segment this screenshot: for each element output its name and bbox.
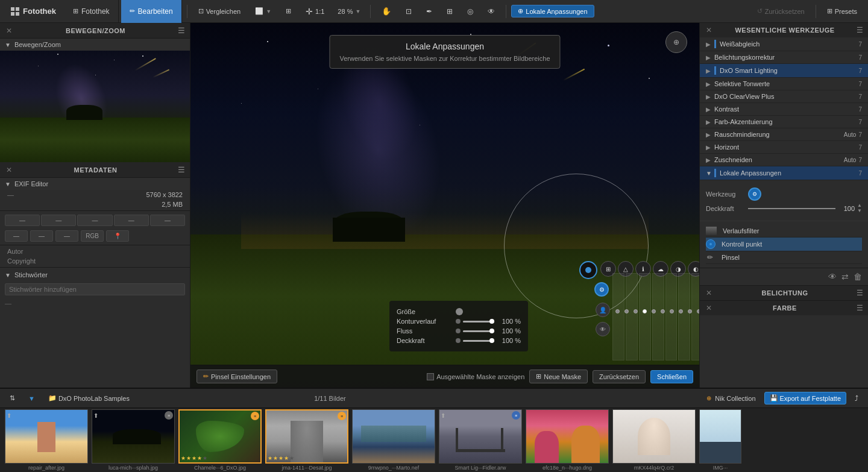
nav-circle-icon[interactable]: ⊕ bbox=[665, 31, 687, 53]
tool-clearview[interactable]: ▶ DxO ClearView Plus 7 bbox=[700, 90, 868, 103]
deckkraft-up[interactable]: ▲ bbox=[857, 203, 862, 208]
mask-tool[interactable]: ◎ bbox=[461, 5, 479, 17]
belichtung-section[interactable]: ✕ BELICHTUNG ☰ bbox=[700, 285, 868, 300]
zoom-dropdown-icon[interactable]: ▼ bbox=[355, 8, 360, 14]
adj-dot-8[interactable] bbox=[679, 309, 683, 313]
farbe-menu[interactable]: ☰ bbox=[857, 304, 863, 312]
werkzeug-active-icon[interactable]: ⚙ bbox=[748, 187, 761, 201]
tab-bearbeiten[interactable]: ✏ Bearbeiten bbox=[121, 0, 182, 23]
film-item-7[interactable]: efc18e_n···hugo.dng bbox=[526, 409, 609, 471]
move-zoom-menu[interactable]: ☰ bbox=[178, 26, 185, 35]
keywords-input[interactable] bbox=[5, 283, 185, 295]
control-point-icon[interactable] bbox=[579, 261, 597, 279]
person-icon[interactable]: 👤 bbox=[596, 303, 610, 317]
bewegen-section[interactable]: ▼ Bewegen/Zoom bbox=[0, 39, 190, 51]
tool-tonwerte[interactable]: ▶ Selektive Tonwerte 7 bbox=[700, 78, 868, 90]
meta-extra-btn-1[interactable]: — bbox=[5, 230, 28, 242]
adj-brush-icon[interactable]: ⚙ bbox=[594, 282, 609, 297]
exif-section[interactable]: ▼ EXIF Editor bbox=[0, 178, 190, 190]
opacity-slider[interactable] bbox=[463, 340, 494, 342]
adj-dot-7[interactable] bbox=[670, 309, 674, 313]
belichtung-menu[interactable]: ☰ bbox=[857, 289, 863, 297]
meta-btn-1[interactable]: — bbox=[5, 215, 40, 226]
right-panel-close[interactable]: ✕ bbox=[705, 26, 713, 34]
move-button[interactable]: ✛ 1:1 bbox=[300, 5, 330, 18]
adj-brush-circle[interactable]: ⚙ bbox=[594, 282, 609, 297]
farbe-close[interactable]: ✕ bbox=[705, 304, 713, 312]
film-item-8[interactable]: mKX44lq4rQ.cr2 bbox=[612, 409, 696, 471]
adj-dot-4-active[interactable] bbox=[643, 309, 647, 313]
delete-action-icon[interactable]: 🗑 bbox=[854, 272, 862, 282]
reset-mask-button[interactable]: Zurücksetzen bbox=[593, 370, 646, 383]
tool-local-adj[interactable]: ▼ Lokale Anpassungen 7 bbox=[700, 166, 868, 180]
show-mask-checkbox[interactable]: Ausgewählte Maske anzeigen bbox=[427, 373, 524, 380]
reset-button[interactable]: ↺ Zurücksetzen bbox=[751, 5, 811, 17]
contour-slider[interactable] bbox=[463, 321, 494, 323]
meta-btn-2[interactable]: — bbox=[41, 215, 76, 226]
metadata-menu[interactable]: ☰ bbox=[178, 165, 185, 174]
film-item-9[interactable]: IMG··· bbox=[699, 409, 741, 471]
adj-dot-6[interactable] bbox=[661, 309, 665, 313]
film-thumb-2[interactable]: ⬆ ≡ bbox=[92, 409, 175, 464]
folder-button[interactable]: 📁 DxO PhotoLab Samples bbox=[43, 392, 134, 404]
deckkraft-down[interactable]: ▼ bbox=[857, 209, 862, 213]
film-item-4[interactable]: ≡ ★ ★ ★ ★ ★ jma-1411···Desat.jpg bbox=[265, 409, 348, 471]
meta-btn-4[interactable]: — bbox=[114, 215, 149, 226]
belichtung-close[interactable]: ✕ bbox=[705, 289, 713, 297]
export-button[interactable]: 💾 Export auf Festplatte bbox=[764, 392, 847, 404]
tool-rausch[interactable]: ▶ Rauschmindierung Auto 7 bbox=[700, 128, 868, 141]
tool-belichtung[interactable]: ▶ Belichtungskorrektur 7 bbox=[700, 51, 868, 64]
right-panel-menu[interactable]: ☰ bbox=[857, 26, 863, 34]
film-thumb-4[interactable]: ≡ ★ ★ ★ ★ ★ bbox=[265, 409, 348, 464]
adj-dot-5[interactable] bbox=[652, 309, 656, 313]
verlaufsfilter-row[interactable]: Verlaufsfilter bbox=[706, 225, 862, 238]
nik-collection-button[interactable]: ⊕ Nik Collection bbox=[702, 393, 760, 404]
view-button[interactable]: ⬜ ▼ bbox=[249, 5, 277, 17]
film-item-3[interactable]: ≡ ★ ★ ★ ★ ★ Chamele···6_DxO.jpg bbox=[178, 409, 262, 471]
control-point-center[interactable] bbox=[579, 261, 597, 279]
meta-btn-3[interactable]: — bbox=[77, 215, 112, 226]
film-thumb-8[interactable] bbox=[612, 409, 696, 464]
pinsel-row[interactable]: ✏ Pinsel bbox=[706, 251, 862, 264]
meta-pin-btn[interactable]: 📍 bbox=[106, 230, 129, 242]
meta-extra-btn-3[interactable]: — bbox=[55, 230, 78, 242]
adj-dot-1[interactable] bbox=[615, 309, 620, 313]
meta-extra-btn-2[interactable]: — bbox=[30, 230, 53, 242]
eye-icon-btn[interactable]: 👁 bbox=[596, 322, 610, 336]
brand[interactable]: Fotothek bbox=[5, 7, 62, 16]
tool-smart-lighting[interactable]: ▶ DxO Smart Lighting 7 bbox=[700, 64, 868, 78]
film-item-1[interactable]: ⬆ repair_after.jpg bbox=[5, 409, 88, 471]
keywords-section[interactable]: ▼ Stichwörter bbox=[0, 269, 190, 281]
grid-view-button[interactable]: ⊞ bbox=[280, 5, 297, 17]
eye-icon[interactable]: 👁 bbox=[596, 322, 610, 336]
brush-settings-button[interactable]: ✏ Pinsel Einstellungen bbox=[197, 370, 277, 383]
adj-dot-9[interactable] bbox=[688, 309, 692, 313]
size-handle[interactable] bbox=[456, 308, 463, 315]
eye-tool[interactable]: 👁 bbox=[482, 5, 501, 17]
adj-dot-3[interactable] bbox=[634, 309, 638, 313]
new-mask-button[interactable]: ⊞ Neue Maske bbox=[529, 370, 588, 383]
meta-rgb-btn[interactable]: RGB bbox=[81, 230, 104, 242]
compare-button[interactable]: ⊡ Vergleichen bbox=[192, 5, 247, 17]
flow-slider[interactable] bbox=[463, 330, 494, 332]
film-item-2[interactable]: ⬆ ≡ luca-mich···splah.jpg bbox=[92, 409, 175, 471]
close-button[interactable]: Schließen bbox=[650, 370, 693, 383]
deckkraft-slider[interactable] bbox=[748, 208, 835, 209]
move-zoom-close[interactable]: ✕ bbox=[5, 27, 13, 35]
film-thumb-7[interactable] bbox=[526, 409, 609, 464]
tab-fotothek[interactable]: ⊞ Fotothek bbox=[64, 0, 119, 23]
metadata-close[interactable]: ✕ bbox=[5, 166, 13, 174]
presets-button[interactable]: ⊞ Presets bbox=[821, 5, 863, 17]
tool-kontrast[interactable]: ▶ Kontrast 7 bbox=[700, 103, 868, 116]
eye-action-icon[interactable]: 👁 bbox=[828, 272, 837, 282]
film-item-6[interactable]: ⬆ ≡ Smart Lig···Fidler.arw bbox=[439, 409, 522, 471]
sort-button[interactable]: ⇅ bbox=[5, 392, 20, 404]
farbe-section[interactable]: ✕ FARBE ☰ bbox=[700, 300, 868, 315]
film-thumb-9[interactable] bbox=[699, 409, 741, 464]
refresh-action-icon[interactable]: ⇄ bbox=[841, 272, 849, 282]
adj-dot-10[interactable] bbox=[697, 309, 699, 313]
film-thumb-5[interactable] bbox=[352, 409, 435, 464]
film-thumb-3[interactable]: ≡ ★ ★ ★ ★ ★ bbox=[178, 409, 262, 464]
film-item-5[interactable]: 9mwpno_···Marto.nef bbox=[352, 409, 435, 471]
person-icon-btn[interactable]: 👤 bbox=[596, 303, 610, 317]
